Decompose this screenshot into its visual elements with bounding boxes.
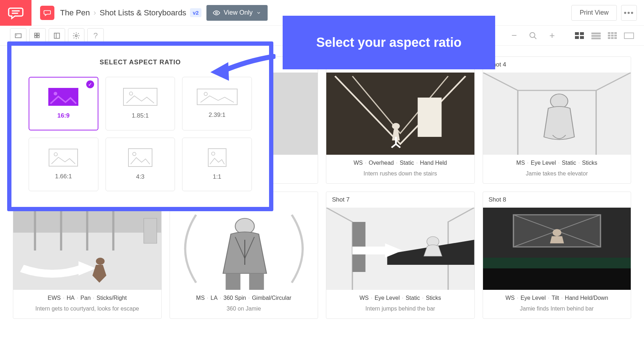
zoom-out-button[interactable]: − xyxy=(509,30,519,41)
aspect-ratio-label: 2.39:1 xyxy=(209,111,225,119)
svg-rect-31 xyxy=(326,73,474,155)
callout-text: Select your aspect ratio xyxy=(316,35,462,50)
shot-image xyxy=(170,208,318,290)
view-mode-label: View Only xyxy=(224,9,253,16)
shot-title: Shot 7 xyxy=(326,192,474,208)
svg-rect-6 xyxy=(37,33,39,35)
app-logo[interactable] xyxy=(0,0,31,26)
columns-icon xyxy=(53,32,61,40)
aspect-ratio-tool-button[interactable] xyxy=(10,28,26,43)
svg-rect-20 xyxy=(591,38,601,39)
shot-description: Jamie takes the elevator xyxy=(483,168,631,183)
storyboard-sketch-icon xyxy=(483,208,631,290)
svg-rect-17 xyxy=(580,36,584,39)
svg-rect-62 xyxy=(483,268,631,290)
svg-rect-21 xyxy=(608,32,610,34)
shot-card[interactable]: Shot 3 WS·Overhead·Static·Hand Held Inte… xyxy=(326,56,475,184)
aspect-ratio-options: ✓ 16:9 ✓ 1.85:1 ✓ 2.39:1 ✓ 1.66:1 xyxy=(29,77,252,191)
chevron-down-icon xyxy=(256,10,261,15)
svg-point-60 xyxy=(552,229,561,236)
view-mode-dropdown[interactable]: View Only xyxy=(206,5,268,21)
zoom-controls: − + xyxy=(509,30,557,41)
svg-point-63 xyxy=(54,92,57,95)
shot-meta: WS·Eye Level·Static·Sticks xyxy=(326,290,474,303)
shot-description: Intern jumps behind the bar xyxy=(326,303,474,318)
view-switcher xyxy=(575,32,634,40)
breadcrumb: The Pen › Shot Lists & Storyboards v2 xyxy=(60,8,201,18)
image-placeholder-icon xyxy=(197,89,237,104)
svg-rect-29 xyxy=(614,37,617,39)
breadcrumb-project[interactable]: The Pen xyxy=(60,8,90,18)
shot-card[interactable]: Shot 8 WS·Eye Level·Tilt·Hand Held/Down … xyxy=(483,192,631,319)
svg-rect-30 xyxy=(624,33,634,39)
speech-bubble-icon xyxy=(8,5,24,21)
storyboard-sketch-icon xyxy=(13,208,161,290)
arrow-left-icon xyxy=(208,50,275,86)
svg-rect-19 xyxy=(591,35,601,37)
columns-tool-button[interactable] xyxy=(49,28,65,43)
annotation-arrow xyxy=(208,50,275,87)
magnifier-icon[interactable] xyxy=(529,31,537,40)
thumbnails-icon xyxy=(34,32,42,40)
shot-title: Shot 8 xyxy=(483,192,631,208)
shot-description: Intern rushes down the stairs xyxy=(326,168,474,183)
print-view-button[interactable]: Print View xyxy=(571,5,617,21)
svg-point-45 xyxy=(96,258,104,265)
svg-point-66 xyxy=(54,153,58,156)
svg-rect-24 xyxy=(608,35,610,36)
aspect-ratio-label: 1:1 xyxy=(213,173,221,180)
settings-tool-button[interactable] xyxy=(68,28,84,43)
svg-rect-23 xyxy=(614,32,617,34)
shot-meta: EWS·HA·Pan·Sticks/Right xyxy=(13,290,161,303)
image-placeholder-icon xyxy=(129,149,152,166)
grid-tool-button[interactable] xyxy=(29,28,46,43)
view-large-cards-button[interactable] xyxy=(575,32,585,40)
check-icon: ✓ xyxy=(86,80,94,88)
svg-rect-22 xyxy=(611,32,614,34)
chevron-right-icon: › xyxy=(93,8,96,18)
aspect-ratio-option-166[interactable]: ✓ 1.66:1 xyxy=(29,138,98,191)
shot-title: Shot 4 xyxy=(483,57,631,73)
svg-rect-5 xyxy=(35,33,37,35)
shot-card[interactable]: Shot 4 MS·Eye Level·Static·Sticks Jamie … xyxy=(483,56,631,184)
shot-image xyxy=(483,73,631,155)
document-icon-button[interactable] xyxy=(40,6,54,20)
svg-line-13 xyxy=(534,37,536,39)
view-list-button[interactable] xyxy=(591,32,601,40)
help-tool-button[interactable]: ? xyxy=(87,28,104,43)
svg-rect-27 xyxy=(608,37,610,39)
aspect-ratio-option-16-9[interactable]: ✓ 16:9 xyxy=(29,77,98,130)
version-badge[interactable]: v2 xyxy=(190,8,202,17)
svg-rect-26 xyxy=(614,35,617,36)
view-small-grid-button[interactable] xyxy=(608,32,618,40)
svg-point-68 xyxy=(211,152,215,155)
shot-image xyxy=(13,208,161,290)
svg-rect-25 xyxy=(611,35,614,36)
image-placeholder-icon xyxy=(49,149,77,166)
shot-meta: MS·LA·360 Spin·Gimbal/Circular xyxy=(170,290,318,303)
shot-card[interactable]: Shot 7 WS·Eye Level·Static·Sticks Intern xyxy=(326,192,475,319)
svg-rect-18 xyxy=(591,33,601,34)
svg-point-67 xyxy=(133,152,136,155)
frame-icon xyxy=(14,32,22,40)
aspect-ratio-label: 16:9 xyxy=(57,112,69,119)
svg-rect-15 xyxy=(580,32,584,35)
aspect-ratio-label: 1.85:1 xyxy=(132,112,148,119)
svg-rect-43 xyxy=(144,218,157,243)
shot-meta: MS·Eye Level·Static·Sticks xyxy=(483,155,631,168)
shot-meta: WS·Overhead·Static·Hand Held xyxy=(326,155,474,168)
svg-point-12 xyxy=(530,33,535,38)
aspect-ratio-option-43[interactable]: ✓ 4:3 xyxy=(106,138,175,191)
breadcrumb-section[interactable]: Shot Lists & Storyboards xyxy=(100,8,186,18)
svg-rect-16 xyxy=(575,36,579,39)
aspect-ratio-option-185[interactable]: ✓ 1.85:1 xyxy=(106,77,175,130)
view-single-button[interactable] xyxy=(624,32,634,40)
more-menu-button[interactable]: ••• xyxy=(621,5,637,21)
aspect-ratio-option-11[interactable]: ✓ 1:1 xyxy=(182,138,252,191)
zoom-in-button[interactable]: + xyxy=(547,30,557,41)
dots-icon: ••• xyxy=(624,8,634,18)
svg-rect-7 xyxy=(35,36,37,38)
svg-point-2 xyxy=(216,12,218,14)
shot-description: Intern gets to courtyard, looks for esca… xyxy=(13,303,161,318)
storyboard-sketch-icon xyxy=(483,73,631,155)
